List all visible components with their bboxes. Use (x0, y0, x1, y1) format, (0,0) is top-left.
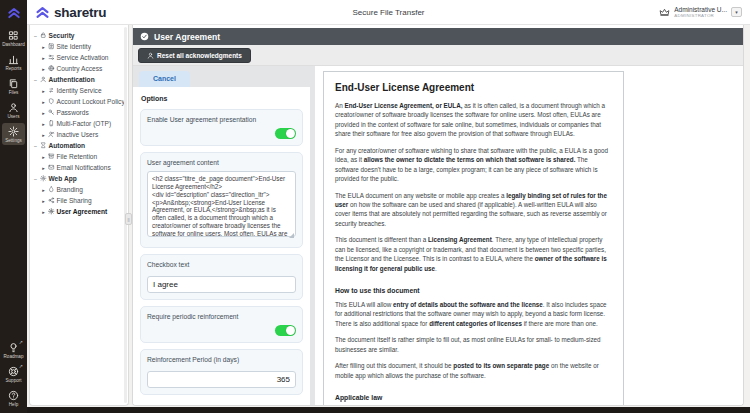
user-icon (8, 102, 19, 113)
tree-item-label: Passwords (57, 109, 89, 116)
rail-item-label: Dashboard (2, 42, 24, 47)
rail-spacer (0, 147, 27, 337)
expand-caret-icon: ▸ (41, 55, 46, 61)
archive-icon (48, 153, 55, 160)
rail-item-files[interactable]: Files (2, 75, 25, 97)
tree-item-branding[interactable]: ▸Branding (33, 184, 126, 195)
expand-caret-icon: ▸ (41, 121, 46, 127)
tree-item-country-access[interactable]: ▸Country Access (33, 63, 126, 74)
expand-caret-icon: ▸ (41, 209, 46, 215)
brand-wordmark: sharetru (54, 5, 106, 20)
tree-item-label: Inactive Users (57, 131, 99, 138)
expand-caret-icon: ▸ (41, 132, 46, 138)
rail-item-support[interactable]: ↗Support (2, 363, 25, 385)
user-role: ADMINISTRATOR (674, 13, 727, 18)
panel-resize-handle[interactable]: || (125, 213, 132, 225)
bulb-icon (8, 342, 19, 353)
tree-item-multi-factor-otp[interactable]: ▸Multi-Factor (OTP) (33, 118, 126, 129)
tree-item-file-retention[interactable]: ▸File Retention (33, 151, 126, 162)
tree-item-file-sharing[interactable]: ▸File Sharing (33, 195, 126, 206)
cancel-button[interactable]: Cancel (139, 71, 190, 87)
checkbox-text-input[interactable] (147, 276, 296, 293)
gear-icon (8, 126, 19, 137)
tree-item-passwords[interactable]: ▸Passwords (33, 107, 126, 118)
checkbox-text-card: Checkbox text (140, 254, 303, 300)
expand-caret-icon: ▸ (41, 198, 46, 204)
textarea-resize-handle[interactable] (289, 233, 294, 238)
options-heading: Options (141, 95, 303, 102)
sharetru-logo-mark[interactable] (0, 0, 27, 25)
rail-item-label: Roadmap (4, 354, 24, 359)
periodic-reinforcement-toggle[interactable] (275, 325, 296, 336)
plug-icon (48, 87, 55, 94)
main-panel: User Agreement Reset all acknowledgments… (132, 25, 744, 406)
expand-caret-icon: ▸ (41, 187, 46, 193)
lock-icon (40, 32, 47, 39)
globe-icon (48, 65, 55, 72)
user-menu[interactable]: Administrative U... ADMINISTRATOR ▾ (570, 6, 750, 19)
periodic-reinforcement-card: Require periodic reinforcement (140, 306, 303, 343)
badge-icon (48, 43, 55, 50)
brand[interactable]: sharetru (27, 5, 207, 20)
reset-acknowledgments-button[interactable]: Reset all acknowledgments (138, 48, 251, 63)
rail-item-dashboard[interactable]: Dashboard (2, 27, 25, 49)
rail-item-label: Files (9, 90, 19, 95)
rail-item-reports[interactable]: Reports (2, 51, 25, 73)
rail-item-roadmap[interactable]: ↗Roadmap (2, 339, 25, 361)
collapse-caret-icon: – (33, 176, 38, 182)
droplet-icon (48, 186, 55, 193)
tree-item-user-agreement[interactable]: ▸User Agreement (33, 206, 126, 217)
chart-icon (8, 54, 19, 65)
toggles-icon (48, 54, 55, 61)
toggle-knob (286, 129, 295, 138)
tree-item-label: Service Activation (57, 54, 109, 61)
enable-agreement-toggle[interactable] (275, 128, 296, 139)
tree-item-service-activation[interactable]: ▸Service Activation (33, 52, 126, 63)
tree-item-inactive-users[interactable]: ▸Inactive Users (33, 129, 126, 140)
tree-section-automation[interactable]: –Automation (33, 140, 126, 151)
gear-icon (40, 175, 47, 182)
key-icon (48, 109, 55, 116)
share-icon (48, 197, 55, 204)
enable-agreement-card: Enable User agreement presentation (140, 109, 303, 146)
tree-section-authentication[interactable]: –Authentication (33, 74, 126, 85)
options-form: Options Enable User agreement presentati… (133, 87, 310, 405)
tree-item-label: Identity Service (57, 87, 102, 94)
tree-item-label: Email Notifications (57, 164, 111, 171)
tree-item-identity-service[interactable]: ▸Identity Service (33, 85, 126, 96)
tree-item-label: User Agreement (57, 208, 108, 215)
tree-item-label: Branding (57, 186, 83, 193)
rail-item-help[interactable]: Help (2, 387, 25, 409)
rail-item-label: Support (5, 378, 21, 383)
tree-item-email-notifications[interactable]: ▸Email Notifications (33, 162, 126, 173)
rail-item-users[interactable]: Users (2, 99, 25, 121)
expand-caret-icon: ▸ (41, 66, 46, 72)
agreement-content-card: User agreement content <h2 class="titre_… (140, 152, 303, 248)
rail-item-settings[interactable]: Settings (2, 123, 25, 145)
app-rail: DashboardReportsFilesUsersSettings ↗Road… (0, 0, 27, 413)
reinforcement-period-input[interactable] (147, 371, 296, 388)
expand-caret-icon: ▸ (41, 99, 46, 105)
tree-section-label: Security (49, 32, 75, 39)
document-paragraph: This document is different than a Licens… (335, 235, 612, 273)
user-menu-caret[interactable]: ▾ (731, 7, 742, 17)
files-icon (8, 78, 19, 89)
expand-caret-icon: ▸ (41, 154, 46, 160)
agreement-content-textarea[interactable]: <h2 class="titre_de_page document">End-U… (147, 171, 296, 237)
collapse-caret-icon: – (33, 77, 38, 83)
rail-item-label: Reports (5, 66, 21, 71)
expand-caret-icon: ▸ (41, 44, 46, 50)
help-icon (8, 390, 19, 401)
tree-item-account-lockout-policy[interactable]: ▸Account Lockout Policy (33, 96, 126, 107)
external-link-icon: ↗ (19, 364, 23, 369)
tree-section-web-app[interactable]: –Web App (33, 173, 126, 184)
top-header: sharetru Secure File Transfer Administra… (27, 0, 750, 25)
document-heading: How to use this document (335, 287, 612, 294)
tree-section-security[interactable]: –Security (33, 30, 126, 41)
cancel-tab-row: Cancel (133, 66, 310, 87)
document-paragraph: For any creator/owner of software wishin… (335, 146, 612, 184)
tree-item-site-identity[interactable]: ▸Site Identity (33, 41, 126, 52)
sharetru-chevrons-icon (35, 5, 50, 20)
user-reset-icon (147, 52, 154, 59)
page-title-bar: User Agreement (133, 28, 743, 45)
